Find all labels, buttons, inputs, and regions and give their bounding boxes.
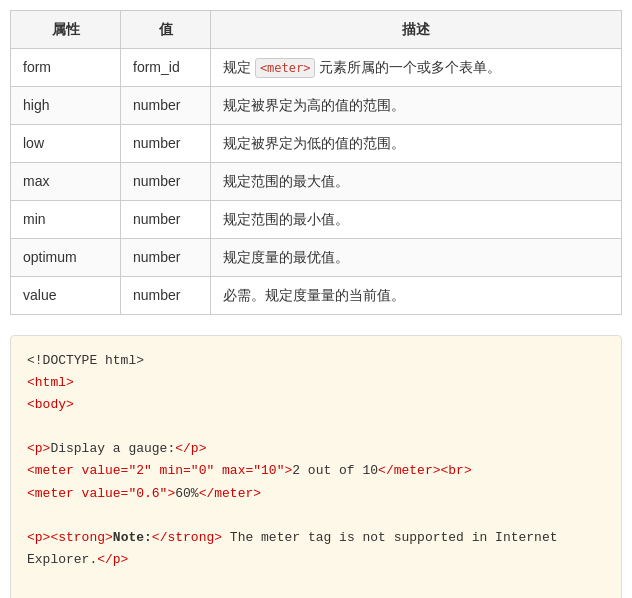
meter-tag: <meter> <box>255 58 316 78</box>
cell-desc: 规定被界定为低的值的范围。 <box>211 125 622 163</box>
code-line <box>27 505 605 527</box>
cell-attr: form <box>11 49 121 87</box>
cell-attr: max <box>11 163 121 201</box>
cell-value: number <box>121 125 211 163</box>
code-line: <meter value="0.6">60%</meter> <box>27 483 605 505</box>
cell-value: number <box>121 163 211 201</box>
cell-desc: 规定范围的最小值。 <box>211 201 622 239</box>
table-row: valuenumber必需。规定度量量的当前值。 <box>11 277 622 315</box>
code-line: <!DOCTYPE html> <box>27 350 605 372</box>
cell-attr: value <box>11 277 121 315</box>
cell-desc: 规定被界定为高的值的范围。 <box>211 87 622 125</box>
code-line: <meter value="2" min="0" max="10">2 out … <box>27 460 605 482</box>
code-line: <p><strong>Note:</strong> The meter tag … <box>27 527 605 571</box>
cell-attr: low <box>11 125 121 163</box>
code-line: <p>Display a gauge:</p> <box>27 438 605 460</box>
table-row: optimumnumber规定度量的最优值。 <box>11 239 622 277</box>
cell-attr: high <box>11 87 121 125</box>
cell-value: number <box>121 239 211 277</box>
cell-desc: 必需。规定度量量的当前值。 <box>211 277 622 315</box>
table-row: maxnumber规定范围的最大值。 <box>11 163 622 201</box>
code-line: <html> <box>27 372 605 394</box>
header-attr: 属性 <box>11 11 121 49</box>
code-block: <!DOCTYPE html><html><body> <p>Display a… <box>10 335 622 598</box>
cell-attr: min <box>11 201 121 239</box>
cell-value: number <box>121 87 211 125</box>
table-container: 属性 值 描述 formform_id规定 <meter> 元素所属的一个或多个… <box>0 0 632 325</box>
table-row: minnumber规定范围的最小值。 <box>11 201 622 239</box>
table-row: formform_id规定 <meter> 元素所属的一个或多个表单。 <box>11 49 622 87</box>
code-line: <body> <box>27 394 605 416</box>
table-row: highnumber规定被界定为高的值的范围。 <box>11 87 622 125</box>
cell-desc: 规定 <meter> 元素所属的一个或多个表单。 <box>211 49 622 87</box>
header-value: 值 <box>121 11 211 49</box>
header-desc: 描述 <box>211 11 622 49</box>
cell-value: number <box>121 277 211 315</box>
code-line: </body> <box>27 593 605 598</box>
cell-value: form_id <box>121 49 211 87</box>
table-header-row: 属性 值 描述 <box>11 11 622 49</box>
code-line <box>27 416 605 438</box>
code-line <box>27 571 605 593</box>
cell-attr: optimum <box>11 239 121 277</box>
attributes-table: 属性 值 描述 formform_id规定 <meter> 元素所属的一个或多个… <box>10 10 622 315</box>
cell-desc: 规定范围的最大值。 <box>211 163 622 201</box>
cell-desc: 规定度量的最优值。 <box>211 239 622 277</box>
table-row: lownumber规定被界定为低的值的范围。 <box>11 125 622 163</box>
cell-value: number <box>121 201 211 239</box>
